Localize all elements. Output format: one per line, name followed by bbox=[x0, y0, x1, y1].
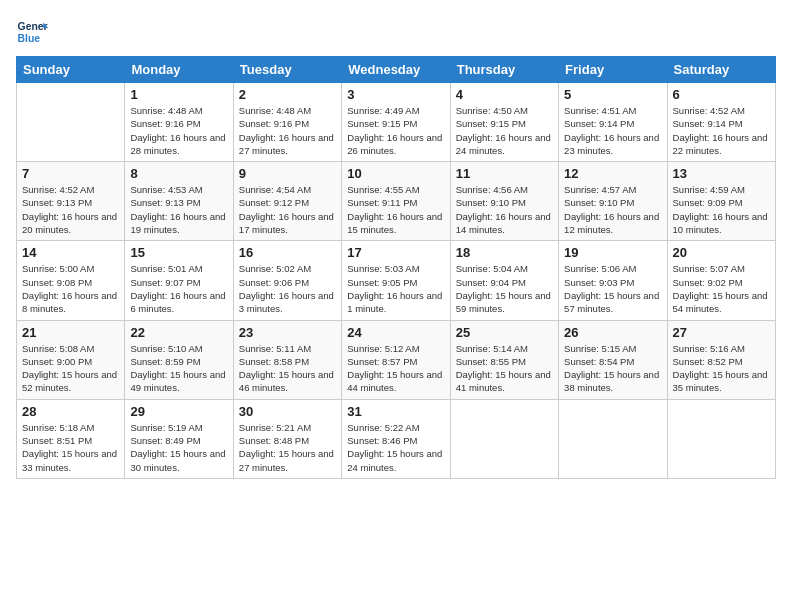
calendar-cell: 19Sunrise: 5:06 AMSunset: 9:03 PMDayligh… bbox=[559, 241, 667, 320]
day-number: 22 bbox=[130, 325, 227, 340]
calendar-cell: 9Sunrise: 4:54 AMSunset: 9:12 PMDaylight… bbox=[233, 162, 341, 241]
day-number: 1 bbox=[130, 87, 227, 102]
calendar-cell: 30Sunrise: 5:21 AMSunset: 8:48 PMDayligh… bbox=[233, 399, 341, 478]
day-number: 8 bbox=[130, 166, 227, 181]
calendar-cell: 28Sunrise: 5:18 AMSunset: 8:51 PMDayligh… bbox=[17, 399, 125, 478]
calendar-cell bbox=[450, 399, 558, 478]
calendar-cell: 15Sunrise: 5:01 AMSunset: 9:07 PMDayligh… bbox=[125, 241, 233, 320]
day-number: 13 bbox=[673, 166, 770, 181]
cell-content: Sunrise: 5:15 AMSunset: 8:54 PMDaylight:… bbox=[564, 342, 661, 395]
svg-text:Blue: Blue bbox=[18, 33, 41, 44]
calendar-cell: 6Sunrise: 4:52 AMSunset: 9:14 PMDaylight… bbox=[667, 83, 775, 162]
cell-content: Sunrise: 4:52 AMSunset: 9:14 PMDaylight:… bbox=[673, 104, 770, 157]
calendar-cell: 17Sunrise: 5:03 AMSunset: 9:05 PMDayligh… bbox=[342, 241, 450, 320]
cell-content: Sunrise: 5:03 AMSunset: 9:05 PMDaylight:… bbox=[347, 262, 444, 315]
calendar-week-4: 21Sunrise: 5:08 AMSunset: 9:00 PMDayligh… bbox=[17, 320, 776, 399]
cell-content: Sunrise: 5:18 AMSunset: 8:51 PMDaylight:… bbox=[22, 421, 119, 474]
day-number: 15 bbox=[130, 245, 227, 260]
day-number: 3 bbox=[347, 87, 444, 102]
calendar-week-5: 28Sunrise: 5:18 AMSunset: 8:51 PMDayligh… bbox=[17, 399, 776, 478]
calendar-cell: 11Sunrise: 4:56 AMSunset: 9:10 PMDayligh… bbox=[450, 162, 558, 241]
cell-content: Sunrise: 4:57 AMSunset: 9:10 PMDaylight:… bbox=[564, 183, 661, 236]
calendar-cell: 23Sunrise: 5:11 AMSunset: 8:58 PMDayligh… bbox=[233, 320, 341, 399]
cell-content: Sunrise: 4:48 AMSunset: 9:16 PMDaylight:… bbox=[239, 104, 336, 157]
calendar-cell: 7Sunrise: 4:52 AMSunset: 9:13 PMDaylight… bbox=[17, 162, 125, 241]
cell-content: Sunrise: 5:04 AMSunset: 9:04 PMDaylight:… bbox=[456, 262, 553, 315]
cell-content: Sunrise: 5:22 AMSunset: 8:46 PMDaylight:… bbox=[347, 421, 444, 474]
calendar-cell: 2Sunrise: 4:48 AMSunset: 9:16 PMDaylight… bbox=[233, 83, 341, 162]
cell-content: Sunrise: 5:00 AMSunset: 9:08 PMDaylight:… bbox=[22, 262, 119, 315]
day-number: 16 bbox=[239, 245, 336, 260]
day-number: 9 bbox=[239, 166, 336, 181]
day-number: 28 bbox=[22, 404, 119, 419]
cell-content: Sunrise: 4:54 AMSunset: 9:12 PMDaylight:… bbox=[239, 183, 336, 236]
cell-content: Sunrise: 4:56 AMSunset: 9:10 PMDaylight:… bbox=[456, 183, 553, 236]
cell-content: Sunrise: 4:59 AMSunset: 9:09 PMDaylight:… bbox=[673, 183, 770, 236]
day-number: 30 bbox=[239, 404, 336, 419]
calendar-cell: 16Sunrise: 5:02 AMSunset: 9:06 PMDayligh… bbox=[233, 241, 341, 320]
calendar-cell: 1Sunrise: 4:48 AMSunset: 9:16 PMDaylight… bbox=[125, 83, 233, 162]
day-number: 21 bbox=[22, 325, 119, 340]
day-number: 10 bbox=[347, 166, 444, 181]
day-number: 2 bbox=[239, 87, 336, 102]
calendar-week-2: 7Sunrise: 4:52 AMSunset: 9:13 PMDaylight… bbox=[17, 162, 776, 241]
cell-content: Sunrise: 4:55 AMSunset: 9:11 PMDaylight:… bbox=[347, 183, 444, 236]
cell-content: Sunrise: 5:12 AMSunset: 8:57 PMDaylight:… bbox=[347, 342, 444, 395]
cell-content: Sunrise: 5:07 AMSunset: 9:02 PMDaylight:… bbox=[673, 262, 770, 315]
day-number: 7 bbox=[22, 166, 119, 181]
calendar-cell: 24Sunrise: 5:12 AMSunset: 8:57 PMDayligh… bbox=[342, 320, 450, 399]
cell-content: Sunrise: 4:53 AMSunset: 9:13 PMDaylight:… bbox=[130, 183, 227, 236]
day-number: 11 bbox=[456, 166, 553, 181]
cell-content: Sunrise: 5:08 AMSunset: 9:00 PMDaylight:… bbox=[22, 342, 119, 395]
cell-content: Sunrise: 4:50 AMSunset: 9:15 PMDaylight:… bbox=[456, 104, 553, 157]
day-number: 23 bbox=[239, 325, 336, 340]
calendar-header: SundayMondayTuesdayWednesdayThursdayFrid… bbox=[17, 57, 776, 83]
calendar-cell: 10Sunrise: 4:55 AMSunset: 9:11 PMDayligh… bbox=[342, 162, 450, 241]
weekday-header-monday: Monday bbox=[125, 57, 233, 83]
cell-content: Sunrise: 5:10 AMSunset: 8:59 PMDaylight:… bbox=[130, 342, 227, 395]
cell-content: Sunrise: 5:19 AMSunset: 8:49 PMDaylight:… bbox=[130, 421, 227, 474]
cell-content: Sunrise: 5:11 AMSunset: 8:58 PMDaylight:… bbox=[239, 342, 336, 395]
cell-content: Sunrise: 5:01 AMSunset: 9:07 PMDaylight:… bbox=[130, 262, 227, 315]
calendar-cell: 27Sunrise: 5:16 AMSunset: 8:52 PMDayligh… bbox=[667, 320, 775, 399]
calendar-cell: 26Sunrise: 5:15 AMSunset: 8:54 PMDayligh… bbox=[559, 320, 667, 399]
calendar-week-1: 1Sunrise: 4:48 AMSunset: 9:16 PMDaylight… bbox=[17, 83, 776, 162]
weekday-header-tuesday: Tuesday bbox=[233, 57, 341, 83]
weekday-header-thursday: Thursday bbox=[450, 57, 558, 83]
day-number: 20 bbox=[673, 245, 770, 260]
calendar-cell bbox=[667, 399, 775, 478]
day-number: 4 bbox=[456, 87, 553, 102]
weekday-header-sunday: Sunday bbox=[17, 57, 125, 83]
calendar-body: 1Sunrise: 4:48 AMSunset: 9:16 PMDaylight… bbox=[17, 83, 776, 479]
cell-content: Sunrise: 4:49 AMSunset: 9:15 PMDaylight:… bbox=[347, 104, 444, 157]
cell-content: Sunrise: 4:51 AMSunset: 9:14 PMDaylight:… bbox=[564, 104, 661, 157]
weekday-header-wednesday: Wednesday bbox=[342, 57, 450, 83]
calendar-cell bbox=[559, 399, 667, 478]
calendar-cell: 13Sunrise: 4:59 AMSunset: 9:09 PMDayligh… bbox=[667, 162, 775, 241]
calendar-week-3: 14Sunrise: 5:00 AMSunset: 9:08 PMDayligh… bbox=[17, 241, 776, 320]
calendar-cell: 29Sunrise: 5:19 AMSunset: 8:49 PMDayligh… bbox=[125, 399, 233, 478]
day-number: 19 bbox=[564, 245, 661, 260]
calendar-cell bbox=[17, 83, 125, 162]
cell-content: Sunrise: 5:21 AMSunset: 8:48 PMDaylight:… bbox=[239, 421, 336, 474]
calendar-cell: 8Sunrise: 4:53 AMSunset: 9:13 PMDaylight… bbox=[125, 162, 233, 241]
day-number: 5 bbox=[564, 87, 661, 102]
calendar-cell: 31Sunrise: 5:22 AMSunset: 8:46 PMDayligh… bbox=[342, 399, 450, 478]
calendar-cell: 18Sunrise: 5:04 AMSunset: 9:04 PMDayligh… bbox=[450, 241, 558, 320]
day-number: 25 bbox=[456, 325, 553, 340]
logo-icon: General Blue bbox=[16, 16, 48, 48]
cell-content: Sunrise: 5:16 AMSunset: 8:52 PMDaylight:… bbox=[673, 342, 770, 395]
day-number: 17 bbox=[347, 245, 444, 260]
cell-content: Sunrise: 4:52 AMSunset: 9:13 PMDaylight:… bbox=[22, 183, 119, 236]
cell-content: Sunrise: 4:48 AMSunset: 9:16 PMDaylight:… bbox=[130, 104, 227, 157]
calendar-table: SundayMondayTuesdayWednesdayThursdayFrid… bbox=[16, 56, 776, 479]
cell-content: Sunrise: 5:06 AMSunset: 9:03 PMDaylight:… bbox=[564, 262, 661, 315]
logo: General Blue bbox=[16, 16, 48, 48]
calendar-cell: 22Sunrise: 5:10 AMSunset: 8:59 PMDayligh… bbox=[125, 320, 233, 399]
day-number: 26 bbox=[564, 325, 661, 340]
calendar-cell: 5Sunrise: 4:51 AMSunset: 9:14 PMDaylight… bbox=[559, 83, 667, 162]
calendar-cell: 20Sunrise: 5:07 AMSunset: 9:02 PMDayligh… bbox=[667, 241, 775, 320]
day-number: 31 bbox=[347, 404, 444, 419]
calendar-cell: 4Sunrise: 4:50 AMSunset: 9:15 PMDaylight… bbox=[450, 83, 558, 162]
day-number: 18 bbox=[456, 245, 553, 260]
